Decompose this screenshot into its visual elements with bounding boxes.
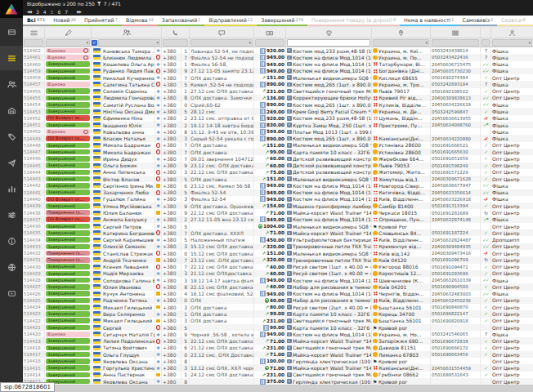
table-row[interactable]: 514415 Завершений Горгулько Христина… +3… (23, 364, 533, 371)
status-badge[interactable]: Завершений (46, 149, 90, 155)
status-badge[interactable]: Завершений (46, 305, 90, 310)
client-phone[interactable]: +380 (162, 155, 181, 162)
tracking-number[interactable]: 20450634220880 (431, 135, 481, 141)
client-phone[interactable]: +380 (162, 88, 181, 95)
table-row[interactable]: 514453 Завершений Нікітіна Оксана Дми… +… (23, 108, 533, 114)
client-phone[interactable]: +380 (162, 358, 181, 364)
table-row[interactable]: 514422 Завершений Михаил Гилецький +380 … (23, 318, 533, 324)
tracking-number[interactable]: 0501691666521 (431, 142, 481, 149)
tracking-number[interactable]: 0501691187224 (431, 229, 481, 236)
tracking-number[interactable]: 20400309473416 (431, 250, 481, 256)
page-number[interactable]: 5 (51, 9, 54, 15)
table-row[interactable]: 514444 Завершений Анна Липенська +380 3 … (23, 169, 533, 176)
sidebar-item-orders[interactable] (0, 46, 23, 70)
status-badge[interactable]: Відмова (46, 332, 90, 337)
client-phone[interactable]: +380 (162, 250, 181, 256)
tracking-number[interactable]: 20450632483003 (431, 291, 481, 297)
client-phone[interactable]: +380 (162, 203, 181, 209)
tracking-number[interactable]: 0501690822147 (431, 310, 481, 317)
client-phone[interactable]: +380 (162, 47, 181, 54)
status-badge[interactable]: Завершений (46, 163, 90, 168)
client-phone[interactable]: +380 (162, 270, 181, 277)
status-badge[interactable]: Завершений (46, 244, 90, 250)
tracking-number[interactable]: 20400309484935 (431, 243, 481, 250)
client-phone[interactable]: +380 (162, 236, 181, 243)
table-row[interactable]: 514456 Завершений Соломія Сідоніна +380 … (23, 88, 533, 95)
tracking-number[interactable] (431, 128, 481, 135)
column-track-status[interactable] (481, 27, 491, 38)
status-badge[interactable]: Завершений (46, 96, 90, 101)
tracking-number[interactable]: 0501691651656 (431, 155, 481, 162)
table-row[interactable]: 514417 Завершений Ольга Глущук +380 0 23… (23, 351, 533, 358)
tab-В дорозі додому[interactable]: В дорозі додому0 (530, 16, 533, 26)
sidebar-item-dashboard[interactable] (0, 20, 23, 44)
filter-track[interactable] (481, 39, 490, 47)
status-badge[interactable]: DO Возврат ск… (46, 216, 90, 222)
tracking-number[interactable]: 0503241546065 (431, 331, 481, 337)
client-phone[interactable]: +380 (162, 283, 181, 290)
table-row[interactable]: 514429 Завершений Надія Мерзаєва +380 3 … (23, 270, 533, 277)
sidebar-item-warehouse[interactable] (0, 98, 23, 122)
sidebar-item-globe[interactable] (0, 255, 23, 279)
table-row[interactable]: 514457 Відмова Салєгина Татьяна С… +380 … (23, 81, 533, 87)
table-row[interactable]: 514451 Завершений Іващенко Юлія +380 2 1… (23, 122, 533, 128)
table-row[interactable]: 514423 Завершений Вера Скляренко +380 1 … (23, 310, 533, 317)
filter-total[interactable] (255, 39, 284, 47)
client-phone[interactable]: +380 (162, 310, 181, 317)
table-row[interactable]: 514460 Завершений Кошелева Ольга Ар… +38… (23, 61, 533, 68)
tracking-number[interactable]: 0501692274384 (431, 74, 481, 81)
tracking-number[interactable]: 0501691598240 (431, 163, 481, 169)
tracking-number[interactable]: 0503243439614 (431, 47, 481, 54)
client-phone[interactable]: +380 (162, 229, 181, 236)
tracking-number[interactable]: 0501690672838 (431, 337, 481, 344)
table-row[interactable]: 514418 Завершений Тетяна Войтович +380 6… (23, 345, 533, 351)
tab-Запакований[interactable]: Запакований1 (158, 16, 205, 26)
tracking-number[interactable]: 0501691571229 (431, 169, 481, 176)
table-row[interactable]: 514425 Завершений Радченко Тетяна +380 0… (23, 297, 533, 304)
status-badge[interactable]: Завершений (46, 69, 90, 74)
page-number[interactable]: 3 (36, 9, 39, 15)
tracking-number[interactable]: 20450633356614 (431, 189, 481, 196)
table-row[interactable]: 514446 Завершений Ирина Дидух +380 7 09.… (23, 155, 533, 162)
tracking-number[interactable]: 0501690904500 (431, 283, 481, 290)
status-badge[interactable]: Завершений (46, 75, 90, 81)
column-source[interactable] (491, 27, 533, 38)
tracking-number[interactable]: 0501691665630 (431, 149, 481, 155)
status-badge[interactable]: Завершений (46, 170, 90, 176)
filter-source-dropdown[interactable]: ▾ (492, 39, 532, 47)
tracking-number[interactable]: 20400309671628 (431, 176, 481, 182)
status-badge[interactable]: Завершений (46, 230, 90, 236)
client-phone[interactable]: +380 (162, 101, 181, 108)
tab-Нема в наявності[interactable]: Нема в наявності1 (400, 16, 458, 26)
tracking-number[interactable]: 20450634098760 (431, 122, 481, 128)
status-badge[interactable]: Завершений (46, 271, 90, 277)
tracking-number[interactable]: 20450633226918 (431, 196, 481, 203)
client-phone[interactable]: +380 (162, 189, 181, 196)
tracking-number[interactable]: 0503243422436 (431, 54, 481, 60)
client-phone[interactable]: +380 (162, 135, 181, 141)
filter-phone[interactable] (163, 39, 188, 47)
tracking-number[interactable]: 20450636677947 (431, 182, 481, 189)
table-row[interactable]: 514413 Завершений Яковлева Оксана +380 8… (23, 378, 533, 385)
filter-status-dropdown[interactable]: ▾ (46, 39, 90, 47)
status-badge[interactable]: Завершений (46, 338, 90, 344)
sidebar-item-settings[interactable] (0, 203, 23, 227)
tab-Завершений[interactable]: Завершений278 (257, 16, 307, 26)
status-badge[interactable]: Завершений (46, 352, 90, 358)
column-total[interactable] (254, 27, 286, 38)
table-row[interactable]: 514416 Завершений Яковлева Оксана +380 8… (23, 358, 533, 364)
tracking-number[interactable]: 0501691093696 (431, 270, 481, 277)
status-badge[interactable]: Завершений (46, 122, 90, 128)
status-badge[interactable]: Завершений (46, 298, 90, 304)
client-phone[interactable]: +380 (162, 74, 181, 81)
tracking-number[interactable]: 20450632874148 (431, 216, 481, 223)
tab-Відправлений[interactable]: Відправлений12 (204, 16, 257, 26)
table-row[interactable]: 514439 Завершений Уляна Мусійовська +380… (23, 203, 533, 209)
client-phone[interactable]: +380 (162, 108, 181, 114)
table-row[interactable]: 514430 Завершений Ксения Левадняя +380 7… (23, 264, 533, 270)
status-badge[interactable]: DO Возврат ок… (46, 115, 90, 121)
status-badge[interactable]: Завершений (46, 264, 90, 270)
client-phone[interactable]: +380 (162, 209, 181, 216)
filter-ttn[interactable] (432, 39, 479, 47)
sidebar-item-send[interactable] (0, 150, 23, 175)
